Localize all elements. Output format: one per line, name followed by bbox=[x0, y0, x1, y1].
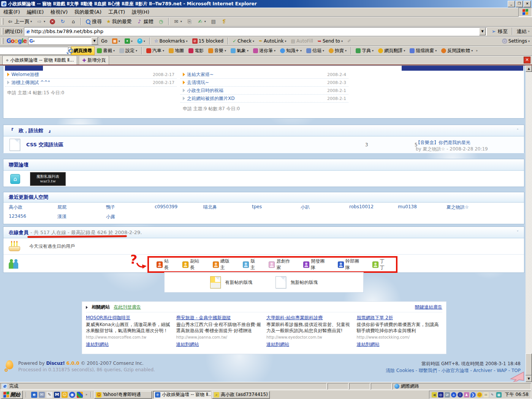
yahoo-music-button[interactable]: 音樂▾ bbox=[206, 46, 228, 55]
player-quicklaunch-icon[interactable]: ◉ bbox=[69, 392, 75, 398]
minimize-button[interactable]: _ bbox=[508, 1, 515, 7]
yahoo-auction-button[interactable]: 拍賣▾ bbox=[326, 46, 349, 55]
google-go-button[interactable]: Go bbox=[99, 37, 110, 45]
user-link[interactable]: 鴨子 bbox=[106, 204, 155, 211]
google-sendto-button[interactable]: ➥ Send to▾ bbox=[315, 37, 345, 45]
yahoo-weather-button[interactable]: 氣象▾ bbox=[228, 46, 251, 55]
menu-favorites[interactable]: 我的最愛(A) bbox=[71, 8, 105, 17]
yahoo-web-search-button[interactable]: 網頁搜尋 bbox=[71, 46, 95, 55]
pink-app-icon[interactable]: ♟ bbox=[464, 392, 469, 397]
user-link[interactable]: c0950399 bbox=[155, 204, 203, 211]
tabbar-close-icon[interactable]: ✕ bbox=[524, 57, 530, 63]
scrollbar-thumb[interactable] bbox=[526, 353, 532, 375]
favorites-button[interactable]: ★ 我的最愛 bbox=[104, 17, 134, 26]
google-popup-blocked-button[interactable]: ⊘ 15 blocked bbox=[190, 37, 226, 45]
vertical-scrollbar[interactable]: ▲ ▼ bbox=[526, 65, 532, 382]
yahoo-minipen-button[interactable]: 迷你筆▾ bbox=[251, 46, 278, 55]
thread-link[interactable]: 之前網站被抓的圖片XD bbox=[187, 95, 234, 102]
address-input[interactable] bbox=[30, 28, 479, 35]
google-autofill-button[interactable]: ▤ AutoFill bbox=[289, 37, 315, 45]
publish-ad-link[interactable]: 在此刊登廣告 bbox=[114, 304, 141, 310]
menu-file[interactable]: 檔案(F) bbox=[0, 8, 24, 17]
menu-view[interactable]: 檢視(V) bbox=[47, 8, 71, 17]
user-link[interactable]: robs10012 bbox=[349, 204, 398, 211]
menu-help[interactable]: 說明(H) bbox=[128, 8, 153, 17]
print-button[interactable]: ⎘ bbox=[184, 17, 195, 26]
menu-tools[interactable]: 工具(T) bbox=[105, 8, 128, 17]
google-pagerank-button[interactable]: ✦▾ bbox=[122, 37, 135, 45]
yahoo-translate-button[interactable]: 網頁翻譯▾ bbox=[376, 46, 407, 55]
back-button[interactable]: ⇦ 上一頁▾ bbox=[5, 17, 34, 26]
user-link[interactable]: mu0138 bbox=[398, 204, 446, 211]
keyword-ads-link[interactable]: 關鍵連結廣告 bbox=[415, 304, 442, 310]
user-link[interactable]: 夏之物語☆ bbox=[446, 204, 495, 211]
thread-link[interactable]: 送給大家搭~ bbox=[187, 71, 214, 78]
history-button[interactable]: ◷ bbox=[156, 17, 166, 26]
yahoo-bookmarks-button[interactable]: 書籤▾ bbox=[95, 46, 117, 55]
yahoo-mailbox-button[interactable]: 信箱▾ bbox=[304, 46, 326, 55]
ad-title-link[interactable]: MOSOR馬仕得咖啡豆 bbox=[86, 315, 172, 321]
media-button[interactable]: ♪ 媒體 bbox=[134, 17, 156, 26]
collapse-icon[interactable]: ˅ bbox=[517, 230, 519, 235]
footer-links[interactable]: 清除 Cookies - 聯繫我們 - 小政官方論壇 - Archiver - … bbox=[386, 367, 521, 374]
ad-title-link[interactable]: 喬安旅遊 - 金典中國新遊蹤 bbox=[176, 315, 262, 321]
thread-link[interactable]: 去清境玩~ bbox=[187, 79, 209, 86]
info-icon[interactable]: i bbox=[458, 392, 463, 397]
home-button[interactable]: ⌂ bbox=[68, 17, 79, 26]
mail-tray-icon[interactable]: ✉ bbox=[483, 392, 489, 397]
wireless-icon[interactable]: ◎ bbox=[438, 392, 443, 397]
edit-button[interactable]: ✍▾ bbox=[195, 17, 208, 26]
ie-quicklaunch-icon[interactable]: e bbox=[31, 392, 37, 398]
google-comment-button[interactable]: ❞▾ bbox=[135, 37, 147, 45]
search-button[interactable]: 搜尋 bbox=[83, 17, 104, 26]
discuss-button[interactable]: ❡ bbox=[219, 17, 230, 26]
messenger-tray-icon[interactable]: ❯ bbox=[470, 392, 476, 397]
volume-icon[interactable]: ◀ bbox=[432, 392, 437, 397]
user-link[interactable]: 小趴 bbox=[301, 204, 349, 211]
thread-link[interactable]: Welome游標 bbox=[11, 71, 39, 78]
yahoo-settings-button[interactable]: 設定▾ bbox=[117, 46, 139, 55]
ad-title-link[interactable]: 大學眼科-給你專業眼科診療 bbox=[266, 315, 352, 321]
yahoo-popup-blocker-button[interactable]: 阻擋跳窗▾ bbox=[407, 46, 439, 55]
task-yahoo-messenger[interactable]: ☺ Yahoo!奇摩即時通 bbox=[94, 391, 152, 399]
yahoo-maps-button[interactable]: 地圖 bbox=[166, 46, 186, 55]
yahoo-movies-button[interactable]: 電影 bbox=[186, 46, 206, 55]
google-autolink-button[interactable]: ✒ AutoLink▾ bbox=[256, 37, 289, 45]
yahoo-antispyware-button[interactable]: 反間諜軟體▾ bbox=[439, 46, 475, 55]
forward-button[interactable]: ⇨▾ bbox=[34, 17, 48, 26]
picasa-quicklaunch-icon[interactable] bbox=[77, 392, 83, 398]
user-link[interactable]: 屁屁 bbox=[57, 204, 106, 211]
googlebar-grip[interactable] bbox=[2, 38, 3, 44]
refresh-button[interactable]: ↻ bbox=[57, 17, 68, 26]
notes-button[interactable]: ▤ bbox=[208, 17, 219, 26]
messenger-quicklaunch-icon[interactable]: M bbox=[54, 392, 60, 398]
google-settings-button[interactable]: ○ Settings▾ bbox=[500, 37, 532, 45]
google-news-button[interactable]: ▦▾ bbox=[110, 37, 122, 45]
quicklaunch-overflow-icon[interactable]: » bbox=[86, 393, 87, 396]
war3-banner[interactable]: 魔獸私服列表 war3.tw bbox=[30, 172, 66, 186]
google-check-button[interactable]: ✓ Check▾ bbox=[230, 37, 256, 45]
go-button[interactable]: ➢ 移至 bbox=[488, 27, 510, 36]
network-icon[interactable]: 🖳 bbox=[445, 392, 450, 397]
google-search-input[interactable] bbox=[35, 38, 91, 44]
yahoo-smiley-tray-icon[interactable]: ☺ bbox=[477, 392, 482, 397]
google-bookmarks-button[interactable]: ☆ Bookmarks▾ bbox=[152, 37, 190, 45]
yahoo-knowledge-button[interactable]: 知識+▾ bbox=[278, 46, 304, 55]
last-post-link[interactable]: 【音樂盒】你們是我的星光 bbox=[416, 139, 488, 146]
ad-visit-link[interactable]: 連結到網站 bbox=[266, 342, 289, 347]
menu-edit[interactable]: 編輯(E) bbox=[24, 8, 47, 17]
ad-visit-link[interactable]: 連結到網站 bbox=[176, 342, 199, 347]
home-site-icon[interactable]: ⌂ bbox=[10, 174, 20, 184]
ad-title-link[interactable]: 股票網路下單 2折 bbox=[357, 315, 443, 321]
mail-button[interactable]: ✉▾ bbox=[171, 17, 184, 26]
notepad-quicklaunch-icon[interactable]: ✎ bbox=[46, 392, 52, 398]
ad-visit-link[interactable]: 連結到網站 bbox=[357, 342, 380, 347]
yahoo-search-input[interactable] bbox=[0, 47, 68, 55]
tab-active[interactable]: ❖ 小政娛樂論壇 -- 寵物 Ⅱ遊戲 Ⅱ... bbox=[2, 55, 77, 65]
thread-link[interactable]: 游標上傳測試 ^^" bbox=[11, 79, 50, 86]
links-button[interactable]: 連結 » bbox=[515, 27, 532, 36]
task-chat-window[interactable]: ⌕ 高小政 (asd7374415) bbox=[212, 391, 270, 399]
user-link[interactable]: 漢漢 bbox=[57, 214, 106, 220]
discuz-brand-link[interactable]: Discuz! bbox=[46, 361, 65, 366]
pen-tray-icon[interactable]: ✎ bbox=[490, 392, 495, 397]
